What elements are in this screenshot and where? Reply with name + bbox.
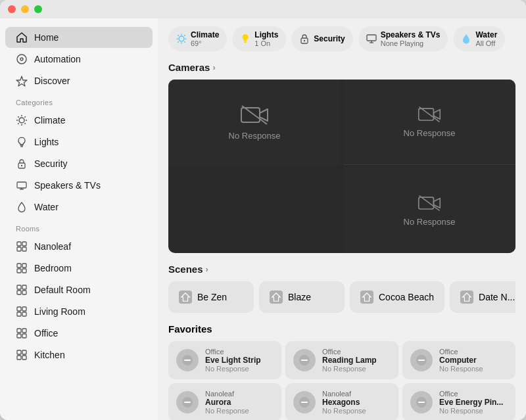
- room-living-icon: [16, 306, 28, 317]
- water-icon: [16, 201, 28, 213]
- svg-point-0: [17, 55, 26, 64]
- fav-computer[interactable]: Office Computer No Response: [402, 341, 515, 379]
- camera-2-label: No Response: [404, 128, 456, 138]
- svg-rect-16: [17, 182, 26, 188]
- sidebar-lights-label: Lights: [34, 137, 59, 147]
- sidebar-item-living-room[interactable]: Living Room: [5, 301, 153, 322]
- fav-room-aurora: Nanoleaf: [205, 390, 249, 398]
- sidebar-item-lights[interactable]: Lights: [5, 131, 153, 152]
- svg-rect-19: [17, 242, 21, 246]
- scenes-section-label: Scenes: [168, 264, 203, 275]
- fav-name-hexagons: Hexagons: [322, 398, 366, 407]
- scene-blaze[interactable]: Blaze: [259, 281, 345, 313]
- fav-hexagons[interactable]: Nanoleaf Hexagons No Response: [285, 383, 398, 420]
- minimize-button[interactable]: [21, 5, 29, 13]
- svg-rect-31: [17, 307, 21, 311]
- scene-date-night[interactable]: Date N...: [450, 281, 515, 313]
- fav-avatar-hexagons: [293, 391, 316, 413]
- climate-pill-label: Climate: [191, 30, 219, 39]
- sidebar-item-speakers[interactable]: Speakers & TVs: [5, 175, 153, 196]
- svg-rect-30: [22, 291, 26, 294]
- sidebar-item-security[interactable]: Security: [5, 153, 153, 174]
- svg-rect-20: [22, 242, 26, 246]
- fav-room-computer: Office: [439, 348, 483, 356]
- sidebar-item-discover[interactable]: Discover: [5, 70, 153, 91]
- camera-cell-3[interactable]: No Response: [343, 168, 515, 253]
- fav-reading-lamp[interactable]: Office Reading Lamp No Response: [285, 341, 398, 379]
- fav-avatar-eve-light-strip: [176, 349, 199, 371]
- discover-icon: [16, 75, 28, 87]
- svg-rect-24: [22, 264, 26, 268]
- fav-avatar-reading-lamp: [293, 349, 316, 371]
- svg-rect-29: [17, 291, 21, 294]
- scene-be-zen-label: Be Zen: [197, 292, 227, 302]
- svg-rect-28: [22, 285, 26, 289]
- scene-be-zen[interactable]: Be Zen: [168, 281, 254, 313]
- close-button[interactable]: [8, 5, 16, 13]
- fav-status-hexagons: No Response: [322, 407, 366, 415]
- fav-avatar-aurora: [176, 391, 199, 413]
- room-kitchen-icon: [16, 349, 28, 361]
- security-pill[interactable]: Security: [291, 26, 352, 51]
- sidebar-kitchen-label: Kitchen: [34, 350, 65, 360]
- fav-status-aurora: No Response: [205, 407, 249, 415]
- climate-icon: [16, 114, 28, 126]
- sidebar: Home Automation Discove: [0, 18, 158, 420]
- fav-eve-energy-pin[interactable]: Office Eve Energy Pin... No Response: [402, 383, 515, 420]
- svg-line-51: [178, 41, 178, 42]
- sidebar-item-office[interactable]: Office: [5, 323, 153, 344]
- svg-rect-39: [17, 350, 21, 354]
- svg-line-48: [178, 35, 178, 35]
- svg-point-15: [21, 165, 22, 166]
- svg-rect-34: [22, 312, 26, 316]
- svg-rect-42: [22, 356, 26, 360]
- camera-3-label: No Response: [404, 217, 456, 227]
- scene-icon-cocoa-beach: [360, 291, 373, 304]
- lights-icon: [16, 136, 28, 148]
- sidebar-item-default-room[interactable]: Default Room: [5, 279, 153, 300]
- home-icon: [16, 32, 28, 43]
- climate-pill[interactable]: Climate 69°: [168, 26, 227, 51]
- scenes-chevron: ›: [206, 264, 208, 274]
- scene-icon-date-night: [460, 291, 473, 304]
- svg-line-50: [184, 35, 185, 35]
- svg-rect-41: [17, 356, 21, 360]
- water-pill[interactable]: Water All Off: [453, 26, 505, 51]
- security-pill-icon: [299, 34, 310, 44]
- fav-status-eve-light-strip: No Response: [205, 365, 261, 373]
- fav-status-reading-lamp: No Response: [322, 365, 377, 373]
- svg-rect-27: [17, 285, 21, 289]
- fav-aurora[interactable]: Nanoleaf Aurora No Response: [168, 383, 281, 420]
- sidebar-item-home[interactable]: Home: [5, 27, 153, 48]
- fav-eve-light-strip[interactable]: Office Eve Light Strip No Response: [168, 341, 281, 379]
- sidebar-item-automation[interactable]: Automation: [5, 49, 153, 70]
- fav-room-eve-light-strip: Office: [205, 348, 261, 356]
- scene-icon-be-zen: [179, 291, 192, 304]
- sidebar-item-water[interactable]: Water: [5, 197, 153, 218]
- speakers-pill[interactable]: Speakers & TVs None Playing: [358, 26, 448, 51]
- fullscreen-button[interactable]: [34, 5, 42, 13]
- sidebar-item-climate[interactable]: Climate: [5, 110, 153, 131]
- security-icon: [16, 158, 28, 170]
- svg-rect-22: [22, 247, 26, 251]
- sidebar-item-bedroom[interactable]: Bedroom: [5, 258, 153, 279]
- main-content: Climate 69° Lights 1 O: [158, 18, 526, 420]
- sidebar-item-kitchen[interactable]: Kitchen: [5, 344, 153, 365]
- svg-rect-21: [17, 247, 21, 251]
- svg-line-9: [24, 123, 25, 124]
- svg-line-8: [18, 116, 18, 117]
- sidebar-office-label: Office: [34, 328, 58, 338]
- automation-icon: [16, 53, 28, 65]
- scene-cocoa-beach[interactable]: Cocoa Beach: [350, 281, 444, 313]
- sidebar-item-nanoleaf[interactable]: Nanoleaf: [5, 236, 153, 257]
- camera-cell-2[interactable]: No Response: [343, 80, 515, 165]
- lights-pill[interactable]: Lights 1 On: [232, 26, 286, 51]
- speakers-pill-icon: [366, 34, 377, 44]
- camera-cell-1[interactable]: No Response: [168, 80, 341, 165]
- svg-line-64: [419, 195, 440, 210]
- scene-blaze-label: Blaze: [288, 292, 311, 302]
- svg-rect-38: [22, 334, 26, 338]
- water-pill-label: Water: [475, 30, 497, 39]
- svg-line-11: [18, 123, 18, 124]
- fav-avatar-eve-energy-pin: [410, 391, 433, 413]
